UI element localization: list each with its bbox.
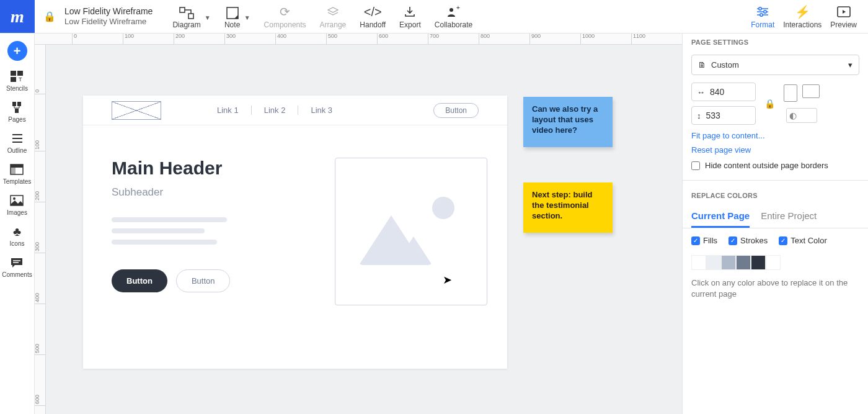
ruler-horizontal: 010020030040050060070080090010001100 bbox=[35, 34, 682, 45]
interactions-icon: ⚡ bbox=[794, 4, 810, 19]
svg-point-6 bbox=[764, 11, 766, 13]
top-bar: m 🔒 Low Fidelity Wireframe Low Fidelity … bbox=[0, 0, 868, 34]
wf-headline[interactable]: Main Header bbox=[112, 158, 298, 179]
wf-link-3[interactable]: Link 3 bbox=[298, 106, 345, 115]
page-size-dropdown[interactable]: 🗎 Custom ▾ bbox=[691, 55, 859, 75]
interactions-label: Interactions bbox=[783, 20, 822, 29]
ruler-tick: 500 bbox=[35, 344, 46, 355]
background-color-chip[interactable]: ◐ bbox=[786, 108, 817, 123]
export-icon bbox=[402, 4, 418, 19]
color-swatch[interactable] bbox=[691, 255, 706, 270]
strokes-checkbox[interactable]: ✓ Strokes bbox=[728, 236, 768, 245]
check-icon: ✓ bbox=[691, 236, 700, 245]
diagram-label: Diagram bbox=[172, 20, 200, 29]
left-sidebar: + T Stencils Pages Outline Templates Ima… bbox=[0, 34, 35, 414]
svg-rect-10 bbox=[17, 71, 23, 76]
doc-subtitle[interactable]: Low Fidelity Wireframe bbox=[64, 17, 153, 27]
ruler-tick: 700 bbox=[428, 34, 439, 45]
ruler-tick: 200 bbox=[35, 191, 46, 202]
page-size-value: Custom bbox=[711, 60, 739, 70]
caret-icon[interactable]: ▼ bbox=[205, 14, 211, 21]
wf-logo-placeholder[interactable] bbox=[112, 101, 161, 120]
link-dimensions-icon[interactable]: 🔒 bbox=[764, 99, 775, 109]
templates-button[interactable]: Templates bbox=[3, 163, 32, 185]
ruler-tick: 600 bbox=[35, 395, 46, 406]
wf-nav-button[interactable]: Button bbox=[433, 103, 479, 118]
hide-content-checkbox[interactable] bbox=[691, 161, 700, 170]
arrange-tool[interactable]: Arrange bbox=[320, 4, 347, 29]
note-tool[interactable]: Note ▼ bbox=[224, 6, 250, 29]
svg-point-7 bbox=[760, 14, 763, 16]
tab-entire-project[interactable]: Entire Project bbox=[761, 204, 817, 228]
wf-links: Link 1 Link 2 Link 3 bbox=[205, 106, 345, 115]
components-tool[interactable]: ⟳ Components bbox=[264, 4, 306, 29]
wf-subhead[interactable]: Subheader bbox=[112, 186, 298, 199]
add-button[interactable]: + bbox=[7, 41, 27, 61]
color-swatch[interactable] bbox=[721, 255, 736, 270]
color-swatch[interactable] bbox=[766, 255, 781, 270]
collaborate-tool[interactable]: + Collaborate bbox=[435, 4, 472, 29]
svg-rect-0 bbox=[180, 7, 185, 12]
wf-link-2[interactable]: Link 2 bbox=[252, 106, 299, 115]
diagram-tool[interactable]: Diagram ▼ bbox=[172, 6, 210, 29]
preview-tool[interactable]: Preview bbox=[830, 4, 857, 29]
ruler-tick: 900 bbox=[529, 34, 541, 45]
textcolor-label: Text Color bbox=[790, 236, 827, 245]
height-field[interactable] bbox=[706, 110, 742, 120]
orientation-toggle[interactable] bbox=[784, 84, 820, 102]
reset-view-link[interactable]: Reset page view bbox=[683, 143, 868, 157]
landscape-icon[interactable] bbox=[802, 84, 820, 98]
doc-title[interactable]: Low Fidelity Wireframe bbox=[64, 6, 153, 17]
height-input[interactable]: ↕ bbox=[691, 106, 756, 125]
handoff-tool[interactable]: </> Handoff bbox=[360, 4, 386, 29]
app-logo[interactable]: m bbox=[0, 0, 35, 33]
ruler-tick: 400 bbox=[35, 293, 46, 304]
format-tool[interactable]: Format bbox=[751, 4, 774, 29]
canvas[interactable]: Link 1 Link 2 Link 3 Button Main Header … bbox=[46, 45, 682, 414]
wf-link-1[interactable]: Link 1 bbox=[205, 106, 252, 115]
color-swatch[interactable] bbox=[706, 255, 721, 270]
ruler-tick: 300 bbox=[35, 242, 46, 253]
fit-page-link[interactable]: Fit page to content... bbox=[683, 128, 868, 143]
comments-button[interactable]: Comments bbox=[2, 256, 32, 278]
collaborate-icon: + bbox=[445, 4, 461, 19]
export-tool[interactable]: Export bbox=[399, 4, 421, 29]
height-icon: ↕ bbox=[697, 111, 701, 120]
arrange-icon bbox=[325, 4, 341, 19]
stencils-button[interactable]: T Stencils bbox=[6, 70, 28, 92]
ruler-tick: 0 bbox=[35, 89, 46, 94]
textcolor-checkbox[interactable]: ✓ Text Color bbox=[779, 236, 827, 245]
fills-checkbox[interactable]: ✓ Fills bbox=[691, 236, 717, 245]
handoff-icon: </> bbox=[365, 4, 381, 19]
wf-hero: Main Header Subheader Button Button bbox=[83, 125, 507, 338]
wf-secondary-button[interactable]: Button bbox=[176, 269, 231, 292]
wf-text-line bbox=[112, 240, 217, 245]
color-swatch[interactable] bbox=[736, 255, 751, 270]
wf-image-placeholder[interactable] bbox=[335, 158, 487, 305]
ruler-tick: 0 bbox=[72, 34, 77, 45]
sticky-note-yellow[interactable]: Next step: build the testimonial section… bbox=[523, 182, 613, 233]
color-swatch[interactable] bbox=[751, 255, 766, 270]
images-button[interactable]: Images bbox=[7, 194, 27, 216]
icons-button[interactable]: ♣ Icons bbox=[10, 225, 25, 247]
wireframe-page[interactable]: Link 1 Link 2 Link 3 Button Main Header … bbox=[83, 96, 507, 369]
note-icon bbox=[224, 6, 241, 20]
interactions-tool[interactable]: ⚡ Interactions bbox=[783, 4, 822, 29]
outline-label: Outline bbox=[7, 147, 27, 154]
images-icon bbox=[9, 194, 24, 207]
width-field[interactable] bbox=[710, 87, 746, 97]
svg-rect-11 bbox=[11, 77, 16, 82]
sticky-note-blue[interactable]: Can we also try a layout that uses video… bbox=[523, 97, 613, 147]
outline-button[interactable]: Outline bbox=[7, 132, 27, 154]
wf-primary-button[interactable]: Button bbox=[112, 269, 167, 292]
preview-label: Preview bbox=[830, 20, 857, 29]
width-input[interactable]: ↔ bbox=[691, 83, 756, 101]
tab-current-page[interactable]: Current Page bbox=[691, 204, 750, 228]
outline-icon bbox=[10, 132, 25, 145]
caret-icon[interactable]: ▼ bbox=[244, 14, 250, 21]
portrait-icon[interactable] bbox=[784, 84, 797, 102]
comments-icon bbox=[9, 256, 24, 269]
stencils-icon: T bbox=[9, 70, 24, 83]
pages-button[interactable]: Pages bbox=[8, 101, 25, 123]
ruler-tick: 1000 bbox=[580, 34, 595, 45]
